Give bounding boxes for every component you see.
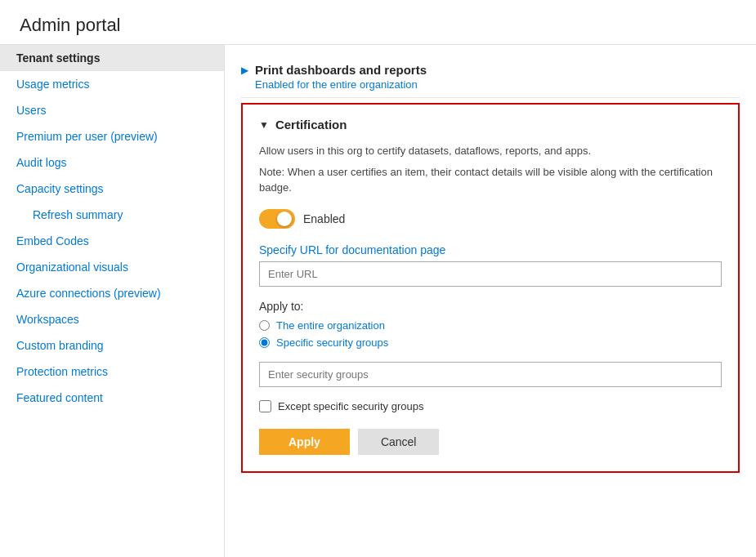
print-section-subtitle: Enabled for the entire organization — [255, 78, 427, 91]
print-toggle-icon[interactable]: ▶ — [241, 65, 248, 76]
security-groups-input[interactable] — [259, 362, 722, 387]
print-section-info: Print dashboards and reports Enabled for… — [255, 63, 427, 91]
page-header: Admin portal — [0, 0, 756, 44]
certification-box: ▼ Certification Allow users in this org … — [241, 103, 740, 473]
print-section-title: Print dashboards and reports — [255, 63, 427, 77]
url-field-label: Specify URL for documentation page — [259, 243, 722, 256]
cert-note: Note: When a user certifies an item, the… — [259, 164, 722, 196]
button-row: Apply Cancel — [259, 429, 722, 455]
sidebar-item-featured-content[interactable]: Featured content — [0, 385, 224, 411]
sidebar-item-refresh-summary[interactable]: Refresh summary — [0, 202, 224, 228]
print-section-row: ▶ Print dashboards and reports Enabled f… — [241, 53, 740, 98]
app-container: Admin portal Tenant settingsUsage metric… — [0, 0, 756, 557]
sidebar-item-audit-logs[interactable]: Audit logs — [0, 149, 224, 176]
url-input[interactable] — [259, 261, 722, 287]
sidebar-item-custom-branding[interactable]: Custom branding — [0, 332, 224, 359]
sidebar-item-usage-metrics[interactable]: Usage metrics — [0, 71, 224, 97]
sidebar: Tenant settingsUsage metricsUsersPremium… — [0, 45, 225, 557]
radio-entire-org[interactable] — [259, 320, 270, 331]
radio-specific-groups-row: Specific security groups — [259, 336, 722, 349]
sidebar-item-premium-per-user[interactable]: Premium per user (preview) — [0, 123, 224, 149]
main-layout: Tenant settingsUsage metricsUsersPremium… — [0, 45, 756, 557]
enabled-toggle[interactable] — [259, 209, 295, 229]
sidebar-item-capacity-settings[interactable]: Capacity settings — [0, 176, 224, 202]
apply-button[interactable]: Apply — [259, 429, 350, 455]
radio-specific-groups-label[interactable]: Specific security groups — [276, 336, 388, 349]
toggle-thumb — [277, 212, 292, 226]
radio-entire-org-label[interactable]: The entire organization — [276, 319, 385, 332]
cert-header: ▼ Certification — [259, 118, 722, 131]
content-area: ▶ Print dashboards and reports Enabled f… — [225, 45, 756, 557]
apply-to-label: Apply to: — [259, 300, 722, 313]
toggle-label: Enabled — [303, 212, 345, 225]
except-checkbox[interactable] — [259, 400, 271, 412]
sidebar-item-workspaces[interactable]: Workspaces — [0, 306, 224, 332]
page-title: Admin portal — [20, 15, 121, 35]
sidebar-item-embed-codes[interactable]: Embed Codes — [0, 228, 224, 254]
sidebar-item-tenant-settings[interactable]: Tenant settings — [0, 45, 224, 71]
except-checkbox-label[interactable]: Except specific security groups — [278, 400, 423, 412]
sidebar-item-protection-metrics[interactable]: Protection metrics — [0, 359, 224, 385]
sidebar-item-users[interactable]: Users — [0, 97, 224, 123]
sidebar-item-azure-connections[interactable]: Azure connections (preview) — [0, 280, 224, 306]
cert-expand-icon[interactable]: ▼ — [259, 119, 269, 131]
cert-description: Allow users in this org to certify datas… — [259, 143, 722, 159]
except-checkbox-row: Except specific security groups — [259, 400, 722, 412]
cancel-button[interactable]: Cancel — [358, 429, 440, 455]
radio-entire-org-row: The entire organization — [259, 319, 722, 332]
radio-specific-groups[interactable] — [259, 337, 270, 348]
toggle-row: Enabled — [259, 209, 722, 229]
sidebar-item-organizational-visuals[interactable]: Organizational visuals — [0, 254, 224, 280]
cert-title: Certification — [275, 118, 347, 131]
